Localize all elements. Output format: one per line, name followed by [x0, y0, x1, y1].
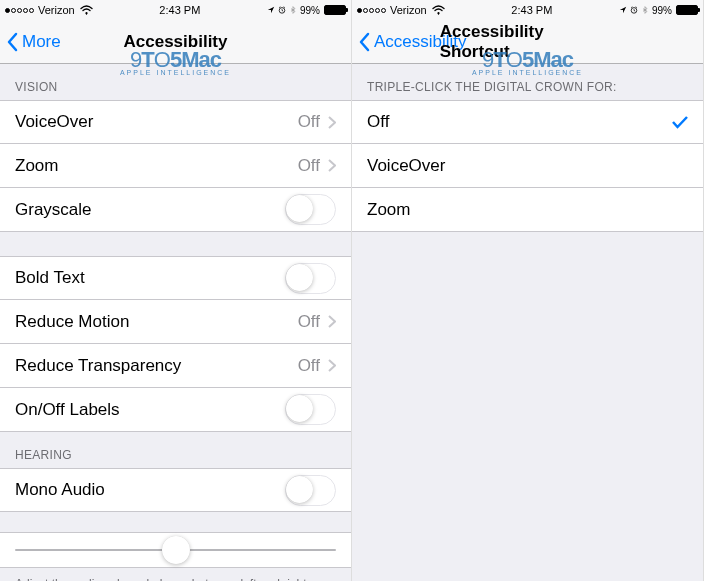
status-bar: Verizon 2:43 PM 99%	[0, 0, 351, 20]
bold-text-row: Bold Text	[0, 256, 351, 300]
svg-point-0	[85, 12, 87, 14]
chevron-right-icon	[328, 116, 336, 129]
slider-footer: Adjust the audio volume balance between …	[0, 568, 351, 581]
shortcut-zoom-row[interactable]: Zoom	[352, 188, 703, 232]
screen-shortcut: Verizon 2:43 PM 99% Accessibility Access…	[352, 0, 704, 581]
slider-thumb[interactable]	[162, 536, 190, 564]
battery-icon	[676, 5, 698, 15]
bluetooth-icon	[289, 6, 297, 14]
location-icon	[619, 6, 627, 14]
shortcut-voiceover-label: VoiceOver	[367, 156, 445, 176]
shortcut-zoom-label: Zoom	[367, 200, 410, 220]
bluetooth-icon	[641, 6, 649, 14]
voiceover-label: VoiceOver	[15, 112, 93, 132]
alarm-icon	[278, 6, 286, 14]
onoff-labels-label: On/Off Labels	[15, 400, 120, 420]
signal-icon	[357, 8, 386, 13]
status-right: 99%	[619, 5, 698, 16]
chevron-right-icon	[328, 159, 336, 172]
alarm-icon	[630, 6, 638, 14]
grayscale-toggle[interactable]	[285, 194, 336, 225]
grayscale-label: Grayscale	[15, 200, 92, 220]
wifi-icon	[432, 4, 445, 16]
vision-header: VISION	[0, 64, 351, 100]
shortcut-header: TRIPLE-CLICK THE DIGITAL CROWN FOR:	[352, 64, 703, 100]
reduce-transparency-label: Reduce Transparency	[15, 356, 181, 376]
status-right: 99%	[267, 5, 346, 16]
battery-percent: 99%	[300, 5, 320, 16]
grayscale-row: Grayscale	[0, 188, 351, 232]
reduce-transparency-value: Off	[298, 356, 320, 376]
chevron-right-icon	[328, 359, 336, 372]
hearing-header: HEARING	[0, 432, 351, 468]
zoom-value: Off	[298, 156, 320, 176]
shortcut-off-row[interactable]: Off	[352, 100, 703, 144]
checkmark-icon	[672, 115, 688, 129]
content[interactable]: TRIPLE-CLICK THE DIGITAL CROWN FOR: Off …	[352, 64, 703, 581]
battery-percent: 99%	[652, 5, 672, 16]
zoom-label: Zoom	[15, 156, 58, 176]
reduce-motion-label: Reduce Motion	[15, 312, 129, 332]
onoff-labels-toggle[interactable]	[285, 394, 336, 425]
status-bar: Verizon 2:43 PM 99%	[352, 0, 703, 20]
mono-audio-row: Mono Audio	[0, 468, 351, 512]
status-left: Verizon	[5, 4, 93, 16]
mono-audio-label: Mono Audio	[15, 480, 105, 500]
reduce-motion-row[interactable]: Reduce Motion Off	[0, 300, 351, 344]
location-icon	[267, 6, 275, 14]
bold-text-toggle[interactable]	[285, 263, 336, 294]
reduce-transparency-row[interactable]: Reduce Transparency Off	[0, 344, 351, 388]
back-button[interactable]: More	[0, 32, 61, 52]
svg-point-2	[437, 12, 439, 14]
battery-icon	[324, 5, 346, 15]
voiceover-row[interactable]: VoiceOver Off	[0, 100, 351, 144]
carrier-label: Verizon	[38, 4, 75, 16]
balance-slider[interactable]	[15, 549, 336, 551]
shortcut-voiceover-row[interactable]: VoiceOver	[352, 144, 703, 188]
nav-bar: Accessibility Accessibility Shortcut	[352, 20, 703, 64]
wifi-icon	[80, 4, 93, 16]
zoom-row[interactable]: Zoom Off	[0, 144, 351, 188]
voiceover-value: Off	[298, 112, 320, 132]
balance-slider-row	[0, 532, 351, 568]
nav-bar: More Accessibility	[0, 20, 351, 64]
content[interactable]: VISION VoiceOver Off Zoom Off Grayscale	[0, 64, 351, 581]
clock: 2:43 PM	[159, 4, 200, 16]
back-label: More	[22, 32, 61, 52]
reduce-motion-value: Off	[298, 312, 320, 332]
page-title: Accessibility Shortcut	[440, 22, 616, 62]
screen-accessibility: Verizon 2:43 PM 99% More Accessibility 9…	[0, 0, 352, 581]
bold-text-label: Bold Text	[15, 268, 85, 288]
mono-audio-toggle[interactable]	[285, 475, 336, 506]
carrier-label: Verizon	[390, 4, 427, 16]
signal-icon	[5, 8, 34, 13]
chevron-left-icon	[6, 32, 18, 52]
chevron-right-icon	[328, 315, 336, 328]
page-title: Accessibility	[124, 32, 228, 52]
clock: 2:43 PM	[511, 4, 552, 16]
shortcut-off-label: Off	[367, 112, 389, 132]
chevron-left-icon	[358, 32, 370, 52]
status-left: Verizon	[357, 4, 445, 16]
onoff-labels-row: On/Off Labels	[0, 388, 351, 432]
